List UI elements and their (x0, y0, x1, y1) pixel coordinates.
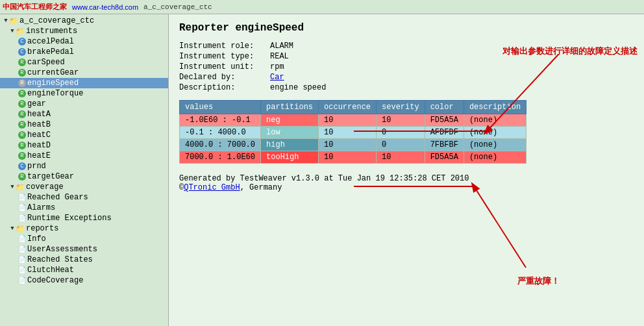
tree-root[interactable]: ▼ 📁 a_c_coverage_ctc (0, 16, 168, 26)
circle-c-icon: C (18, 48, 26, 56)
sidebar-item-enginetorque[interactable]: R engineTorque (0, 88, 168, 99)
info-value-unit: rpm (270, 62, 284, 71)
sidebar-item-runtime-exceptions[interactable]: 📄 Runtime Exceptions (0, 213, 168, 223)
info-value-type: REAL (270, 52, 289, 61)
sidebar-item-info[interactable]: 📄 Info (0, 234, 168, 244)
sidebar-item-reached-states-label: Reached States (27, 255, 93, 264)
declared-by-link[interactable]: Car (270, 73, 284, 82)
sidebar-item-heata-label: heatA (27, 110, 51, 119)
sidebar-item-brakepedal[interactable]: C brakePedal (0, 47, 168, 57)
root-folder-icon: 📁 (9, 17, 18, 25)
info-label-declared: Declared by: (179, 73, 270, 82)
sidebar-item-heatd[interactable]: R heatD (0, 140, 168, 151)
cell-values: -1.0E60 : -0.1 (180, 114, 261, 127)
doc-icon: 📄 (18, 245, 26, 253)
cell-partitions: tooHigh (261, 151, 319, 164)
circle-r-icon: R (18, 100, 26, 108)
annotation-text-2: 严重故障！ (517, 276, 560, 286)
sidebar-item-accelpedal[interactable]: C accelPedal (0, 36, 168, 47)
cell-occurrence: 10 (319, 151, 377, 164)
sidebar-item-alarms[interactable]: 📄 Alarms (0, 203, 168, 213)
sidebar-item-reached-gears[interactable]: 📄 Reached Gears (0, 192, 168, 203)
circle-c-icon: C (18, 38, 26, 45)
info-value-description: engine speed (270, 83, 326, 92)
sidebar-item-userassessments-label: UserAssessments (27, 245, 97, 254)
sidebar-item-carspeed[interactable]: R carSpeed (0, 57, 168, 68)
info-row-description: Description: engine speed (179, 83, 634, 92)
table-row: -0.1 : 4000.0 low 10 0 AFDFDF (none) (180, 127, 526, 139)
sidebar-item-coverage[interactable]: ▼ 📁 coverage (0, 182, 168, 192)
circle-r-icon: R (18, 79, 26, 87)
sidebar-item-enginespeed[interactable]: R engineSpeed (0, 78, 168, 88)
cell-description: (none) (464, 139, 526, 151)
sidebar-item-clutchheat[interactable]: 📄 ClutchHeat (0, 265, 168, 275)
sidebar-item-heatb-label: heatB (27, 120, 51, 129)
doc-icon: 📄 (18, 204, 26, 212)
qtronic-link[interactable]: QTronic GmbH (184, 183, 240, 192)
sidebar-item-coverage-label: coverage (26, 182, 64, 192)
cell-values: 4000.0 : 7000.0 (180, 139, 261, 151)
doc-icon: 📄 (18, 277, 26, 284)
info-value-declared: Car (270, 73, 284, 82)
sidebar-item-reached-gears-label: Reached Gears (27, 193, 88, 202)
cell-occurrence: 10 (319, 127, 377, 139)
info-row-unit: Instrument unit: rpm (179, 62, 634, 71)
tree-root-label: a_c_coverage_ctc (19, 16, 94, 25)
sidebar-item-heate[interactable]: R heatE (0, 151, 168, 161)
sidebar-item-targetgear[interactable]: R targetGear (0, 171, 168, 182)
cell-values: 7000.0 : 1.0E60 (180, 151, 261, 164)
cell-occurrence: 10 (319, 114, 377, 127)
sidebar-item-heatd-label: heatD (27, 141, 51, 150)
info-value-role: ALARM (270, 42, 293, 51)
sidebar-item-codecoverage-label: CodeCoverage (27, 276, 83, 285)
data-table: values partitions occurrence severity co… (179, 100, 526, 164)
sidebar-item-currentgear[interactable]: R currentGear (0, 68, 168, 78)
sidebar-item-enginetorque-label: engineTorque (27, 89, 83, 98)
circle-r-icon: R (18, 152, 26, 160)
cell-partitions: neg (261, 114, 319, 127)
info-row-declared: Declared by: Car (179, 73, 634, 82)
info-label-type: Instrument type: (179, 52, 270, 61)
annotation-1: 对输出参数进行详细的故障定义描述 (502, 45, 638, 57)
circle-c-icon: C (18, 162, 26, 170)
reports-folder-icon: 📁 (16, 225, 25, 233)
col-color: color (425, 101, 464, 114)
sidebar-item-currentgear-label: currentGear (27, 68, 79, 77)
sidebar-item-userassessments[interactable]: 📄 UserAssessments (0, 244, 168, 255)
root-expand-icon: ▼ (3, 18, 9, 24)
table-row: 7000.0 : 1.0E60 tooHigh 10 10 FD5A5A (no… (180, 151, 526, 164)
url-text: www.car-tech8d.com (72, 3, 138, 11)
cell-severity: 0 (377, 139, 425, 151)
col-values: values (180, 101, 261, 114)
sidebar-item-reports[interactable]: ▼ 📁 reports (0, 223, 168, 234)
sidebar-item-heata[interactable]: R heatA (0, 109, 168, 119)
doc-icon: 📄 (18, 235, 26, 243)
annotation-text-1: 对输出参数进行详细的故障定义描述 (502, 46, 638, 56)
sidebar-item-heatb[interactable]: R heatB (0, 119, 168, 130)
sidebar-item-targetgear-label: targetGear (27, 172, 74, 181)
sidebar-item-instruments[interactable]: ▼ 📁 instruments (0, 26, 168, 36)
annotation-2: 严重故障！ (517, 275, 560, 287)
sidebar-item-reports-label: reports (26, 224, 58, 233)
circle-r-icon: R (18, 110, 26, 118)
content-panel: Reporter engineSpeed Instrument role: AL… (169, 14, 644, 326)
footer-text: Generated by TestWeaver v1.3.0 at Tue Ja… (179, 174, 634, 192)
top-bar: 中国汽车工程师之家 www.car-tech8d.com a_c_coverag… (0, 0, 644, 14)
sidebar-item-codecoverage[interactable]: 📄 CodeCoverage (0, 275, 168, 286)
cell-severity: 10 (377, 151, 425, 164)
logo-text: 中国汽车工程师之家 (3, 2, 67, 12)
cell-color: FD5A5A (425, 114, 464, 127)
cell-description: (none) (464, 127, 526, 139)
sidebar-item-prnd[interactable]: C prnd (0, 161, 168, 171)
sidebar-item-instruments-label: instruments (26, 27, 77, 36)
sidebar-item-enginespeed-label: engineSpeed (27, 79, 79, 88)
cell-color: AFDFDF (425, 127, 464, 139)
instruments-folder-icon: 📁 (16, 27, 25, 36)
sidebar-item-heate-label: heatE (27, 151, 51, 160)
sidebar-item-runtime-exceptions-label: Runtime Exceptions (27, 214, 112, 223)
sidebar-item-gear[interactable]: R gear (0, 99, 168, 109)
instruments-expand-icon: ▼ (9, 28, 16, 34)
sidebar-item-heatc[interactable]: R heatC (0, 130, 168, 140)
sidebar-item-reached-states[interactable]: 📄 Reached States (0, 255, 168, 265)
doc-icon: 📄 (18, 194, 26, 201)
